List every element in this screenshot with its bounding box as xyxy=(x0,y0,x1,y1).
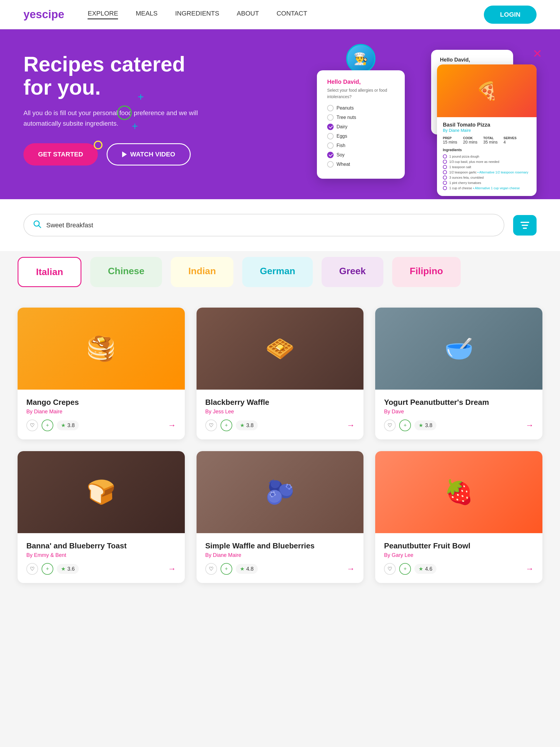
ingredients-label: Ingredients xyxy=(443,148,531,152)
author-link-garylee[interactable]: Gary Lee xyxy=(392,552,413,558)
watch-video-button[interactable]: WATCH VIDEO xyxy=(107,143,191,165)
recipe-left-actions-3: ♡ + ★ 3.8 xyxy=(384,419,436,431)
allergy-check-soy xyxy=(327,152,334,158)
view-recipe-mango-crepes[interactable]: → xyxy=(168,421,176,430)
recipe-image-banana-toast: 🍞 xyxy=(18,451,185,533)
view-recipe-banana-toast[interactable]: → xyxy=(168,564,176,573)
star-icon-6: ★ xyxy=(419,566,423,572)
allergy-wheat[interactable]: Wheat xyxy=(327,161,395,168)
allergy-check-dairy xyxy=(327,124,334,130)
nav-ingredients[interactable]: INGREDIENTS xyxy=(175,10,219,19)
view-recipe-waffle-blueberries[interactable]: → xyxy=(346,564,355,573)
ingredient-2: 1/3 cup basil, plus more as needed xyxy=(443,160,531,164)
category-indian[interactable]: Indian xyxy=(171,257,234,287)
category-greek[interactable]: Greek xyxy=(322,257,383,287)
add-button-banana-toast[interactable]: + xyxy=(42,563,53,575)
author-link-jesslee[interactable]: Jess Lee xyxy=(213,409,234,414)
allergy-fish[interactable]: Fish xyxy=(327,143,395,149)
nav-links: EXPLORE MEALS INGREDIENTS ABOUT CONTACT xyxy=(87,10,484,19)
ingredient-1: 1 pound pizza dough xyxy=(443,154,531,158)
recipe-title-yogurt-pb: Yogurt Peanutbutter's Dream xyxy=(384,398,534,407)
allergy-dairy[interactable]: Dairy xyxy=(327,124,395,130)
allergy-check-fish xyxy=(327,143,334,149)
author-link-diane[interactable]: Diane Maire xyxy=(34,409,62,414)
filter-button[interactable] xyxy=(513,215,537,235)
category-filipino[interactable]: Filipino xyxy=(392,257,461,287)
allergy-eggs[interactable]: Eggs xyxy=(327,133,395,139)
recipe-image-yogurt-pb: 🥣 xyxy=(375,308,542,390)
recipe-author-waffle-blueberries: By Diane Maire xyxy=(205,552,355,558)
search-section xyxy=(0,199,560,251)
view-recipe-pb-fruit-bowl[interactable]: → xyxy=(526,564,534,573)
recipe-actions-blackberry-waffle: ♡ + ★ 3.8 → xyxy=(205,419,355,431)
star-icon: ★ xyxy=(61,422,65,429)
play-icon xyxy=(122,151,127,157)
add-button-mango-crepes[interactable]: + xyxy=(42,419,53,431)
rating-pb-fruit-bowl: ★ 4.6 xyxy=(415,564,436,574)
get-started-button[interactable]: GET STARTED xyxy=(23,143,98,165)
ingredient-7: 1 cup of cheese • Alternative 1 cup vega… xyxy=(443,186,531,190)
recipe-preview-author[interactable]: By Diane Maire xyxy=(443,128,531,133)
star-icon-2: ★ xyxy=(240,422,245,429)
star-icon-3: ★ xyxy=(419,422,423,429)
add-button-blackberry-waffle[interactable]: + xyxy=(220,419,232,431)
hero-section: + + ✕ Recipes catered for you. All you d… xyxy=(0,29,560,199)
add-button-pb-fruit-bowl[interactable]: + xyxy=(399,563,411,575)
recipe-image-pb-fruit-bowl: 🍓 xyxy=(375,451,542,533)
filter-icon xyxy=(521,222,529,229)
recipe-title-banana-toast: Banna' and Blueberry Toast xyxy=(26,541,176,550)
add-button-yogurt-pb[interactable]: + xyxy=(399,419,411,431)
nav-explore[interactable]: EXPLORE xyxy=(87,10,118,19)
rating-value: 3.8 xyxy=(68,422,75,429)
favorite-button-banana-toast[interactable]: ♡ xyxy=(26,563,38,575)
rating-blackberry-waffle: ★ 3.8 xyxy=(236,420,258,430)
allergy-peanuts[interactable]: Peanuts xyxy=(327,105,395,111)
allergy-soy[interactable]: Soy xyxy=(327,152,395,158)
categories-section: Italian Chinese Indian German Greek Fili… xyxy=(0,251,560,308)
favorite-button-pb-fruit-bowl[interactable]: ♡ xyxy=(384,563,396,575)
recipe-actions-pb-fruit-bowl: ♡ + ★ 4.6 → xyxy=(384,563,534,575)
ingredient-3: 1 teaspoon salt xyxy=(443,165,531,169)
recipe-actions-mango-crepes: ♡ + ★ 3.8 → xyxy=(26,419,176,431)
recipe-card-banana-toast: 🍞 Banna' and Blueberry Toast By Emmy & B… xyxy=(18,451,185,583)
recipe-card-waffle-blueberries: 🫐 Simple Waffle and Blueberries By Diane… xyxy=(196,451,364,583)
rating-value-3: 3.8 xyxy=(425,422,432,429)
favorite-button-blackberry-waffle[interactable]: ♡ xyxy=(205,419,217,431)
favorite-button-waffle-blueberries[interactable]: ♡ xyxy=(205,563,217,575)
nav-contact[interactable]: CONTACT xyxy=(276,10,307,19)
favorite-button-mango-crepes[interactable]: ♡ xyxy=(26,419,38,431)
recipe-left-actions-6: ♡ + ★ 4.6 xyxy=(384,563,436,575)
recipe-image-blackberry-waffle: 🧇 xyxy=(196,308,364,390)
site-logo[interactable]: yescipe xyxy=(23,8,64,21)
recipe-preview-stats: PREP 15 mins COOK 20 mins TOTAL 35 mins … xyxy=(443,136,531,145)
category-chinese[interactable]: Chinese xyxy=(90,257,162,287)
allergy-check-eggs xyxy=(327,133,334,139)
allergy-card: Hello David, Select your food allergies … xyxy=(317,70,405,179)
author-link-emmybent[interactable]: Emmy & Bent xyxy=(34,552,66,558)
recipe-title-pb-fruit-bowl: Peanutbutter Fruit Bowl xyxy=(384,541,534,550)
rating-value-6: 4.6 xyxy=(425,566,432,572)
search-input[interactable] xyxy=(46,222,495,229)
recipe-card-blackberry-waffle: 🧇 Blackberry Waffle By Jess Lee ♡ + ★ 3.… xyxy=(196,308,364,439)
author-link-dianmaire2[interactable]: Diane Maire xyxy=(213,552,241,558)
hero-subtitle: All you do is fill out your personal foo… xyxy=(23,108,199,128)
allergy-check-wheat xyxy=(327,161,334,168)
recipe-body-yogurt-pb: Yogurt Peanutbutter's Dream By Dave ♡ + … xyxy=(375,390,542,439)
add-button-waffle-blueberries[interactable]: + xyxy=(220,563,232,575)
recipes-grid: 🥞 Mango Crepes By Diane Maire ♡ + ★ 3.8 … xyxy=(18,308,542,583)
nav-about[interactable]: ABOUT xyxy=(237,10,259,19)
author-link-dave[interactable]: Dave xyxy=(392,409,404,414)
diet-greeting: Hello David, xyxy=(440,57,504,63)
recipe-actions-banana-toast: ♡ + ★ 3.6 → xyxy=(26,563,176,575)
nav-meals[interactable]: MEALS xyxy=(136,10,158,19)
allergy-treenuts[interactable]: Tree nuts xyxy=(327,114,395,121)
category-italian[interactable]: Italian xyxy=(18,257,81,287)
view-recipe-blackberry-waffle[interactable]: → xyxy=(346,421,355,430)
login-button[interactable]: LOGIN xyxy=(484,5,537,24)
category-german[interactable]: German xyxy=(242,257,313,287)
view-recipe-yogurt-pb[interactable]: → xyxy=(526,421,534,430)
hero-content: Recipes catered for you. All you do is f… xyxy=(23,53,199,165)
categories-scroll: Italian Chinese Indian German Greek Fili… xyxy=(0,251,560,293)
allergy-greeting: Hello David, xyxy=(327,78,395,85)
favorite-button-yogurt-pb[interactable]: ♡ xyxy=(384,419,396,431)
